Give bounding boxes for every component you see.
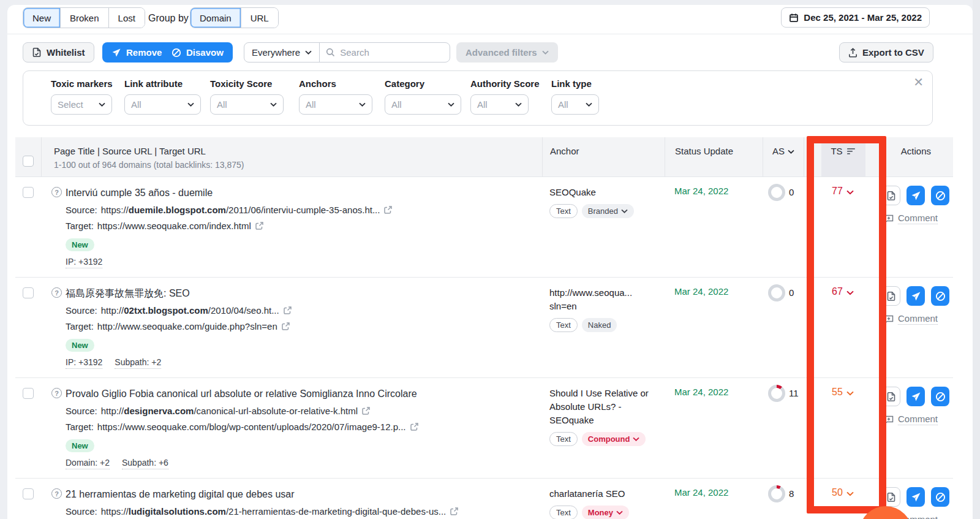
scope-dropdown[interactable]: Everywhere (244, 43, 320, 62)
row-checkbox[interactable] (23, 287, 34, 298)
filter-select[interactable]: All (299, 94, 372, 115)
whitelist-row-button[interactable] (882, 286, 900, 306)
external-link-icon[interactable] (281, 322, 290, 331)
row-checkbox[interactable] (23, 388, 34, 399)
whitelist-row-button[interactable] (882, 387, 900, 406)
tab-lost[interactable]: Lost (109, 8, 145, 28)
comment-label: Comment (898, 213, 938, 224)
disavow-row-button[interactable] (931, 186, 949, 205)
filter-select[interactable]: All (210, 94, 284, 115)
source-url[interactable]: https://ludigitalsolutions.com/21-herram… (101, 505, 447, 518)
anchor-tag-text[interactable]: Text (549, 506, 578, 519)
row-checkbox[interactable] (23, 488, 34, 499)
external-link-icon[interactable] (283, 306, 292, 315)
remove-row-button[interactable] (907, 286, 925, 306)
tab-new[interactable]: New (23, 8, 61, 28)
remove-row-button[interactable] (907, 387, 925, 406)
column-header-anchor[interactable]: Anchor (542, 137, 665, 176)
actions-cell: Comment (882, 177, 953, 277)
close-icon[interactable]: ✕ (913, 76, 924, 88)
filter-select-value: All (477, 99, 488, 110)
filter-select[interactable]: All (551, 94, 599, 115)
help-icon[interactable]: ? (51, 187, 62, 197)
status-update-date: Mar 24, 2022 (665, 479, 763, 519)
meta-link[interactable]: Subpath: +6 (122, 458, 168, 469)
date-range-button[interactable]: Dec 25, 2021 - Mar 25, 2022 (781, 7, 930, 28)
table-body: ? Interviú cumple 35 años - duemile Sour… (15, 177, 953, 519)
disavow-row-button[interactable] (931, 387, 949, 406)
remove-row-button[interactable] (907, 487, 925, 507)
external-link-icon[interactable] (410, 422, 419, 431)
page-title-cell: ? Provalo Giglio Fobia canonical url abs… (41, 378, 542, 478)
filter-select[interactable]: Select (51, 94, 112, 115)
column-header-status[interactable]: Status Update (665, 137, 763, 176)
anchor-tag-text[interactable]: Text (549, 432, 578, 446)
whitelist-button[interactable]: Whitelist (23, 42, 94, 63)
row-checkbox[interactable] (23, 187, 34, 198)
whitelist-row-button[interactable] (882, 186, 900, 205)
filter-select[interactable]: All (470, 94, 529, 115)
search-input[interactable] (340, 47, 462, 58)
help-icon[interactable]: ? (51, 287, 62, 298)
as-gauge-icon (767, 284, 786, 302)
action-buttons (882, 387, 949, 406)
backlinks-table: Page Title | Source URL | Target URL 1-1… (15, 137, 953, 519)
anchor-tag-compound[interactable]: Compound (582, 432, 646, 446)
help-icon[interactable]: ? (51, 488, 62, 499)
table-row: ? Interviú cumple 35 años - duemile Sour… (15, 177, 953, 278)
export-csv-button[interactable]: Export to CSV (839, 42, 933, 63)
anchor-tag-money[interactable]: Money (582, 506, 629, 519)
source-url[interactable]: http://02txt.blogspot.com/2010/04/seo.ht… (101, 304, 279, 317)
page-title-column-label: Page Title | Source URL | Target URL (54, 146, 542, 156)
external-link-icon[interactable] (361, 406, 371, 415)
group-tab-url[interactable]: URL (241, 8, 278, 28)
anchor-tag-text[interactable]: Text (549, 204, 578, 218)
source-url[interactable]: http://designerva.com/canonical-url-abso… (101, 404, 358, 417)
meta-link[interactable]: IP: +3192 (66, 357, 102, 369)
chevron-down-icon (99, 102, 105, 107)
column-header-as[interactable]: AS (763, 137, 804, 176)
filter-select[interactable]: All (385, 94, 461, 115)
external-link-icon[interactable] (450, 507, 459, 516)
ts-cell[interactable]: 67 (804, 278, 882, 377)
meta-link[interactable]: Subpath: +2 (115, 357, 161, 369)
ts-cell[interactable]: 55 (804, 378, 882, 478)
anchor-tag-label: Branded (588, 206, 618, 216)
comment-control[interactable]: Comment (883, 313, 949, 325)
column-header-ts[interactable]: TS (804, 137, 882, 176)
column-header-page-title[interactable]: Page Title | Source URL | Target URL 1-1… (41, 137, 542, 176)
anchor-tag-label: Money (588, 508, 613, 517)
disavow-button[interactable]: Disavow (162, 42, 233, 63)
meta-link[interactable]: IP: +3192 (66, 257, 102, 268)
external-link-icon[interactable] (383, 205, 393, 214)
target-url[interactable]: http://www.seoquake.com/guide.php?sln=en (97, 320, 277, 333)
remove-button[interactable]: Remove (102, 42, 171, 63)
tab-broken[interactable]: Broken (61, 8, 109, 28)
disavow-row-button[interactable] (931, 286, 949, 306)
target-url[interactable]: https://www.seoquake.com/index.html (97, 219, 251, 232)
filter-select[interactable]: All (124, 94, 201, 115)
anchor-tag-label: Compound (588, 434, 630, 444)
whitelist-row-button[interactable] (882, 487, 900, 507)
source-url[interactable]: https://duemile.blogspot.com/2011/06/int… (101, 203, 380, 216)
filter-select-value: Select (58, 99, 83, 110)
ts-cell[interactable]: 77 (804, 177, 882, 277)
meta-link[interactable]: Domain: +2 (66, 458, 110, 469)
row-checkbox-cell (15, 378, 41, 478)
chevron-down-icon (586, 102, 592, 107)
help-icon[interactable]: ? (51, 388, 62, 398)
disavow-row-button[interactable] (931, 487, 949, 507)
anchor-tag-text[interactable]: Text (549, 318, 578, 332)
advanced-filters-button[interactable]: Advanced filters (456, 42, 558, 63)
external-link-icon[interactable] (255, 221, 264, 230)
remove-row-button[interactable] (907, 186, 925, 205)
target-url[interactable]: https://www.seoquake.com/blog/wp-content… (97, 420, 406, 433)
group-tab-domain[interactable]: Domain (190, 8, 241, 28)
select-all-checkbox-cell (15, 137, 41, 176)
filter-select-value: All (558, 99, 568, 110)
select-all-checkbox[interactable] (23, 156, 34, 167)
anchor-tag-branded[interactable]: Branded (582, 204, 634, 218)
comment-control[interactable]: Comment (883, 414, 949, 425)
anchor-tag-naked[interactable]: Naked (582, 318, 617, 332)
comment-control[interactable]: Comment (883, 213, 949, 224)
